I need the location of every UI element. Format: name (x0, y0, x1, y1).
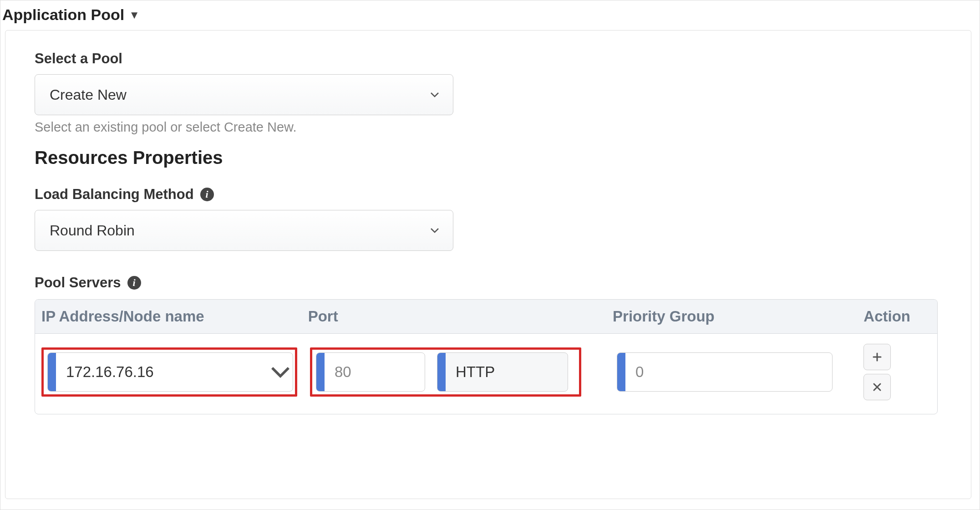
select-pool-dropdown[interactable]: Create New (35, 74, 453, 115)
table-row (35, 334, 937, 414)
field-stripe (48, 353, 56, 391)
pool-servers-label: Pool Servers i (35, 275, 942, 291)
field-stripe (437, 353, 446, 391)
remove-row-button[interactable] (863, 374, 891, 400)
add-row-button[interactable] (863, 344, 891, 370)
caret-down-icon[interactable]: ▼ (129, 9, 140, 21)
field-stripe (617, 353, 625, 391)
port-highlight (310, 347, 581, 397)
select-pool-value: Create New (50, 87, 127, 103)
table-header: IP Address/Node name Port Priority Group… (35, 300, 937, 334)
chevron-down-icon[interactable] (268, 353, 293, 391)
priority-group-field[interactable] (617, 352, 833, 392)
priority-group-input[interactable] (625, 353, 833, 391)
ip-address-field[interactable] (47, 352, 293, 392)
load-balancing-label: Load Balancing Method i (35, 186, 942, 203)
port-input[interactable] (325, 353, 425, 391)
select-pool-hint: Select an existing pool or select Create… (35, 120, 942, 135)
field-stripe (316, 353, 325, 391)
load-balancing-value: Round Robin (50, 222, 135, 239)
info-icon[interactable]: i (127, 276, 141, 290)
col-port-header: Port (308, 308, 613, 325)
action-buttons (863, 344, 891, 400)
protocol-value (446, 353, 568, 391)
load-balancing-dropdown[interactable]: Round Robin (35, 210, 453, 251)
chevron-down-icon (429, 225, 440, 236)
col-priority-header: Priority Group (613, 308, 863, 325)
port-field[interactable] (316, 352, 425, 392)
pool-servers-table: IP Address/Node name Port Priority Group… (35, 299, 938, 414)
col-action-header: Action (863, 308, 931, 325)
load-balancing-group: Load Balancing Method i Round Robin (35, 186, 942, 251)
select-pool-group: Select a Pool Create New Select an exist… (35, 51, 942, 135)
load-balancing-label-text: Load Balancing Method (35, 186, 194, 203)
application-pool-panel: Select a Pool Create New Select an exist… (5, 30, 971, 499)
pool-servers-label-text: Pool Servers (35, 275, 121, 291)
select-pool-label: Select a Pool (35, 51, 942, 67)
protocol-dropdown[interactable] (437, 352, 568, 392)
section-header[interactable]: Application Pool ▼ (0, 4, 976, 30)
section-title: Application Pool (2, 6, 124, 24)
ip-highlight (41, 347, 297, 397)
resources-properties-heading: Resources Properties (35, 148, 942, 168)
chevron-down-icon (429, 89, 440, 100)
info-icon[interactable]: i (200, 188, 214, 201)
col-ip-header: IP Address/Node name (41, 308, 308, 325)
ip-address-input[interactable] (56, 353, 268, 391)
